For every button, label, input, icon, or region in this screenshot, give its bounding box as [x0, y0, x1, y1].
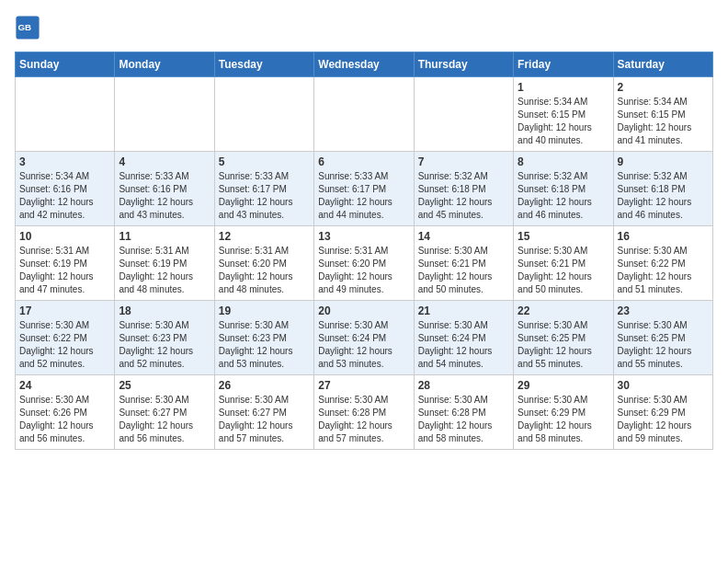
calendar-week-4: 17Sunrise: 5:30 AM Sunset: 6:22 PM Dayli…: [16, 301, 713, 375]
page-header: GB: [15, 15, 713, 40]
calendar-cell: 19Sunrise: 5:30 AM Sunset: 6:23 PM Dayli…: [214, 301, 313, 375]
day-info: Sunrise: 5:33 AM Sunset: 6:17 PM Dayligh…: [318, 170, 409, 222]
day-number: 2: [618, 81, 709, 94]
day-number: 20: [318, 304, 409, 317]
calendar-cell: 16Sunrise: 5:30 AM Sunset: 6:22 PM Dayli…: [613, 226, 712, 301]
day-info: Sunrise: 5:30 AM Sunset: 6:22 PM Dayligh…: [618, 245, 709, 296]
day-number: 22: [518, 304, 609, 317]
day-number: 11: [119, 230, 210, 243]
day-number: 13: [318, 230, 409, 243]
day-number: 7: [418, 155, 509, 168]
calendar-cell: 5Sunrise: 5:33 AM Sunset: 6:17 PM Daylig…: [214, 152, 313, 226]
day-info: Sunrise: 5:30 AM Sunset: 6:24 PM Dayligh…: [418, 319, 509, 371]
day-info: Sunrise: 5:30 AM Sunset: 6:23 PM Dayligh…: [119, 319, 210, 371]
calendar-cell: 30Sunrise: 5:30 AM Sunset: 6:29 PM Dayli…: [613, 375, 712, 450]
calendar-cell: 27Sunrise: 5:30 AM Sunset: 6:28 PM Dayli…: [314, 375, 414, 450]
calendar-cell: 15Sunrise: 5:30 AM Sunset: 6:21 PM Dayli…: [514, 226, 613, 301]
calendar-cell: 13Sunrise: 5:31 AM Sunset: 6:20 PM Dayli…: [314, 226, 414, 301]
day-number: 4: [119, 155, 210, 168]
day-number: 26: [219, 379, 310, 392]
day-info: Sunrise: 5:30 AM Sunset: 6:21 PM Dayligh…: [518, 245, 609, 296]
day-number: 29: [518, 379, 609, 392]
day-info: Sunrise: 5:30 AM Sunset: 6:23 PM Dayligh…: [219, 319, 310, 371]
day-info: Sunrise: 5:30 AM Sunset: 6:24 PM Dayligh…: [318, 319, 409, 371]
calendar-cell: [16, 77, 115, 152]
header-cell-monday: Monday: [115, 52, 214, 77]
day-info: Sunrise: 5:31 AM Sunset: 6:20 PM Dayligh…: [318, 245, 409, 296]
calendar-week-3: 10Sunrise: 5:31 AM Sunset: 6:19 PM Dayli…: [16, 226, 713, 301]
day-number: 24: [19, 379, 110, 392]
calendar-cell: 17Sunrise: 5:30 AM Sunset: 6:22 PM Dayli…: [16, 301, 115, 375]
day-info: Sunrise: 5:30 AM Sunset: 6:21 PM Dayligh…: [418, 245, 509, 296]
day-number: 23: [618, 304, 709, 317]
calendar-cell: 11Sunrise: 5:31 AM Sunset: 6:19 PM Dayli…: [115, 226, 214, 301]
calendar-cell: 22Sunrise: 5:30 AM Sunset: 6:25 PM Dayli…: [514, 301, 613, 375]
calendar-cell: 29Sunrise: 5:30 AM Sunset: 6:29 PM Dayli…: [514, 375, 613, 450]
logo: GB: [15, 15, 44, 40]
day-number: 19: [219, 304, 310, 317]
calendar-cell: 23Sunrise: 5:30 AM Sunset: 6:25 PM Dayli…: [613, 301, 712, 375]
day-number: 9: [618, 155, 709, 168]
calendar-cell: 1Sunrise: 5:34 AM Sunset: 6:15 PM Daylig…: [514, 77, 613, 152]
day-number: 21: [418, 304, 509, 317]
day-info: Sunrise: 5:32 AM Sunset: 6:18 PM Dayligh…: [418, 170, 509, 222]
day-number: 25: [119, 379, 210, 392]
calendar-week-5: 24Sunrise: 5:30 AM Sunset: 6:26 PM Dayli…: [16, 375, 713, 450]
day-number: 17: [19, 304, 110, 317]
header-cell-thursday: Thursday: [414, 52, 513, 77]
day-number: 3: [19, 155, 110, 168]
header-cell-tuesday: Tuesday: [214, 52, 313, 77]
header-cell-wednesday: Wednesday: [314, 52, 414, 77]
calendar-cell: 7Sunrise: 5:32 AM Sunset: 6:18 PM Daylig…: [414, 152, 513, 226]
day-info: Sunrise: 5:31 AM Sunset: 6:19 PM Dayligh…: [19, 245, 110, 296]
logo-icon: GB: [15, 15, 40, 40]
calendar-cell: 14Sunrise: 5:30 AM Sunset: 6:21 PM Dayli…: [414, 226, 513, 301]
day-number: 6: [318, 155, 409, 168]
svg-text:GB: GB: [18, 22, 32, 32]
day-info: Sunrise: 5:31 AM Sunset: 6:20 PM Dayligh…: [219, 245, 310, 296]
day-info: Sunrise: 5:30 AM Sunset: 6:25 PM Dayligh…: [518, 319, 609, 371]
calendar-week-1: 1Sunrise: 5:34 AM Sunset: 6:15 PM Daylig…: [16, 77, 713, 152]
day-info: Sunrise: 5:31 AM Sunset: 6:19 PM Dayligh…: [119, 245, 210, 296]
day-info: Sunrise: 5:30 AM Sunset: 6:29 PM Dayligh…: [518, 394, 609, 445]
day-number: 10: [19, 230, 110, 243]
day-info: Sunrise: 5:30 AM Sunset: 6:28 PM Dayligh…: [418, 394, 509, 445]
day-info: Sunrise: 5:32 AM Sunset: 6:18 PM Dayligh…: [618, 170, 709, 222]
day-info: Sunrise: 5:33 AM Sunset: 6:17 PM Dayligh…: [219, 170, 310, 222]
header-cell-saturday: Saturday: [613, 52, 712, 77]
day-info: Sunrise: 5:34 AM Sunset: 6:15 PM Dayligh…: [618, 96, 709, 147]
day-number: 27: [318, 379, 409, 392]
day-number: 16: [618, 230, 709, 243]
calendar-cell: 12Sunrise: 5:31 AM Sunset: 6:20 PM Dayli…: [214, 226, 313, 301]
calendar-cell: 28Sunrise: 5:30 AM Sunset: 6:28 PM Dayli…: [414, 375, 513, 450]
day-info: Sunrise: 5:30 AM Sunset: 6:26 PM Dayligh…: [19, 394, 110, 445]
day-number: 18: [119, 304, 210, 317]
calendar-cell: 2Sunrise: 5:34 AM Sunset: 6:15 PM Daylig…: [613, 77, 712, 152]
calendar-cell: 4Sunrise: 5:33 AM Sunset: 6:16 PM Daylig…: [115, 152, 214, 226]
day-info: Sunrise: 5:30 AM Sunset: 6:29 PM Dayligh…: [618, 394, 709, 445]
header-cell-friday: Friday: [514, 52, 613, 77]
calendar-cell: 21Sunrise: 5:30 AM Sunset: 6:24 PM Dayli…: [414, 301, 513, 375]
calendar-cell: 24Sunrise: 5:30 AM Sunset: 6:26 PM Dayli…: [16, 375, 115, 450]
day-number: 5: [219, 155, 310, 168]
day-info: Sunrise: 5:34 AM Sunset: 6:16 PM Dayligh…: [19, 170, 110, 222]
day-number: 30: [618, 379, 709, 392]
day-number: 28: [418, 379, 509, 392]
day-info: Sunrise: 5:30 AM Sunset: 6:27 PM Dayligh…: [119, 394, 210, 445]
calendar-cell: 25Sunrise: 5:30 AM Sunset: 6:27 PM Dayli…: [115, 375, 214, 450]
day-info: Sunrise: 5:30 AM Sunset: 6:28 PM Dayligh…: [318, 394, 409, 445]
calendar-cell: [115, 77, 214, 152]
day-info: Sunrise: 5:34 AM Sunset: 6:15 PM Dayligh…: [518, 96, 609, 147]
day-info: Sunrise: 5:30 AM Sunset: 6:27 PM Dayligh…: [219, 394, 310, 445]
day-number: 1: [518, 81, 609, 94]
calendar-cell: 18Sunrise: 5:30 AM Sunset: 6:23 PM Dayli…: [115, 301, 214, 375]
calendar-cell: [314, 77, 414, 152]
day-number: 14: [418, 230, 509, 243]
day-number: 8: [518, 155, 609, 168]
day-info: Sunrise: 5:32 AM Sunset: 6:18 PM Dayligh…: [518, 170, 609, 222]
calendar-table: SundayMondayTuesdayWednesdayThursdayFrid…: [15, 52, 713, 450]
calendar-cell: [414, 77, 513, 152]
calendar-header-row: SundayMondayTuesdayWednesdayThursdayFrid…: [16, 52, 713, 77]
day-number: 12: [219, 230, 310, 243]
calendar-cell: [214, 77, 313, 152]
